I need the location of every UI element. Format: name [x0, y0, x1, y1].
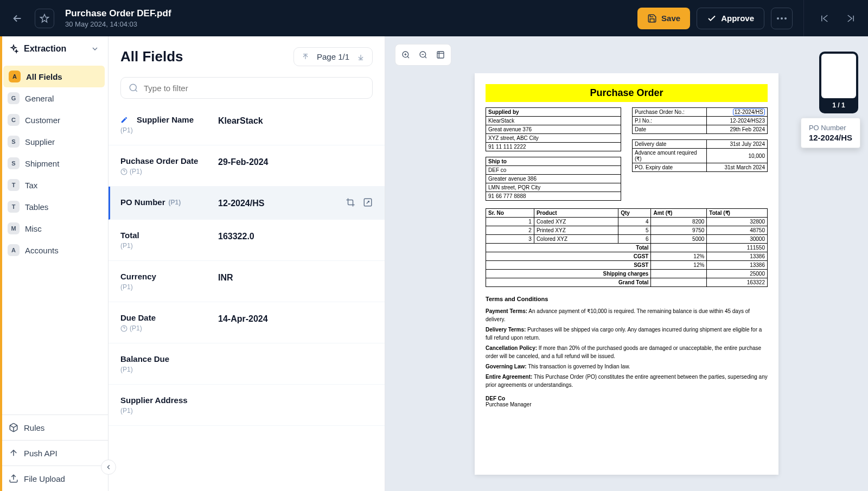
- field-tooltip: PO Number 12-2024/HS: [801, 118, 860, 148]
- page-thumbnail[interactable]: [821, 54, 856, 98]
- prev-doc-button[interactable]: [815, 9, 834, 28]
- field-value: INR: [218, 272, 373, 283]
- field-value: [218, 354, 373, 355]
- fields-title: All Fields: [120, 48, 183, 65]
- sidebar-rules[interactable]: Rules: [0, 415, 108, 440]
- sidebar-item-label: All Fields: [26, 72, 62, 81]
- field-value: 14-Apr-2024: [218, 313, 373, 324]
- sidebar-item-tables[interactable]: TTables: [0, 196, 108, 218]
- chevron-down-icon: [91, 44, 99, 53]
- zoom-in-button[interactable]: [398, 47, 414, 63]
- field-row[interactable]: Total(P1)163322.0: [108, 220, 385, 261]
- thumbnail-panel[interactable]: 1 / 1: [819, 52, 858, 113]
- sidebar-item-label: Misc: [25, 224, 42, 233]
- field-value: KlearStack: [218, 115, 373, 126]
- sidebar-badge: G: [8, 92, 20, 104]
- approve-button[interactable]: Approve: [697, 8, 764, 29]
- back-button[interactable]: [8, 9, 27, 28]
- zoom-out-button[interactable]: [415, 47, 431, 63]
- zoom-tools: [395, 44, 451, 66]
- fields-panel: All Fields Page 1/1 Supplier Name(P1)Kle…: [108, 36, 385, 491]
- sidebar-item-label: Tables: [25, 202, 48, 212]
- svg-point-3: [130, 84, 136, 91]
- document-title: Purchase Order DEF.pdf: [65, 8, 171, 19]
- crop-icon[interactable]: [346, 197, 355, 207]
- next-doc-button[interactable]: [841, 9, 860, 28]
- field-row[interactable]: PO Number (P1)12-2024/HS: [108, 187, 385, 220]
- sidebar-badge: A: [8, 244, 20, 256]
- sidebar-item-label: General: [25, 94, 54, 103]
- field-row[interactable]: Supplier Address(P1): [108, 385, 385, 426]
- sidebar-item-accounts[interactable]: AAccounts: [0, 239, 108, 261]
- collapse-panel-button[interactable]: [101, 460, 116, 475]
- sidebar-badge: C: [8, 114, 20, 126]
- sidebar-item-shipment[interactable]: SShipment: [0, 152, 108, 174]
- field-value: 12-2024/HS: [218, 197, 346, 208]
- line-items-table: Sr. NoProductQtyAmt (₹)Total (₹)1Coated …: [486, 208, 768, 287]
- file-upload-icon: [9, 474, 18, 483]
- sidebar-item-general[interactable]: GGeneral: [0, 87, 108, 109]
- field-value: 163322.0: [218, 231, 373, 241]
- sidebar-badge: S: [8, 157, 20, 169]
- field-row[interactable]: Puchase Order Date(P1)29-Feb-2024: [108, 145, 385, 187]
- sidebar-item-label: Supplier: [25, 137, 55, 146]
- sidebar-badge: T: [8, 179, 20, 191]
- sidebar-push-api[interactable]: Push API: [0, 440, 108, 466]
- sidebar: Extraction AAll FieldsGGeneralCCustomerS…: [0, 36, 108, 491]
- field-row[interactable]: Due Date(P1)14-Apr-2024: [108, 302, 385, 343]
- doc-heading: Purchase Order: [486, 84, 768, 102]
- edit-field-icon[interactable]: [363, 197, 373, 207]
- upload-icon: [9, 448, 18, 458]
- edit-icon: [120, 116, 129, 124]
- sidebar-item-label: Tax: [25, 181, 37, 190]
- sidebar-badge: M: [8, 222, 20, 234]
- sidebar-badge: S: [8, 136, 20, 148]
- sidebar-item-label: Customer: [25, 116, 60, 125]
- sidebar-item-tax[interactable]: TTax: [0, 174, 108, 196]
- arrow-down-icon: [357, 53, 365, 61]
- document-page[interactable]: Purchase Order Supplied by KlearStack Gr…: [475, 73, 778, 475]
- search-icon: [129, 83, 138, 93]
- thumbnail-label: 1 / 1: [832, 98, 845, 111]
- sidebar-item-all-fields[interactable]: AAll Fields: [3, 66, 105, 87]
- svg-rect-9: [437, 52, 444, 58]
- filter-input-wrapper[interactable]: [120, 77, 373, 99]
- star-button[interactable]: [35, 9, 54, 28]
- save-button[interactable]: Save: [637, 8, 690, 29]
- field-value: 29-Feb-2024: [218, 156, 373, 167]
- sidebar-item-label: Accounts: [25, 246, 59, 255]
- sidebar-badge: T: [8, 201, 20, 213]
- field-value: [218, 396, 373, 397]
- sidebar-item-label: Shipment: [25, 159, 59, 168]
- topbar: Purchase Order DEF.pdf 30 May 2024, 14:0…: [0, 0, 868, 36]
- sidebar-item-misc[interactable]: MMisc: [0, 218, 108, 239]
- cube-icon: [9, 423, 18, 432]
- po-number-highlight[interactable]: 12-2024/HS: [733, 109, 765, 116]
- more-button[interactable]: [771, 8, 793, 29]
- field-row[interactable]: Balance Due(P1): [108, 343, 385, 385]
- field-row[interactable]: Supplier Name(P1)KlearStack: [108, 104, 385, 145]
- sparkle-icon: [9, 44, 18, 54]
- arrow-up-icon: [302, 53, 309, 61]
- sidebar-item-customer[interactable]: CCustomer: [0, 109, 108, 131]
- help-icon: [120, 168, 127, 175]
- sidebar-badge: A: [9, 71, 21, 82]
- svg-point-0: [777, 17, 779, 20]
- svg-point-1: [781, 17, 783, 20]
- fit-screen-button[interactable]: [432, 47, 449, 63]
- sidebar-header[interactable]: Extraction: [0, 36, 108, 61]
- sidebar-file-upload[interactable]: File Upload: [0, 466, 108, 491]
- document-viewer: Purchase Order Supplied by KlearStack Gr…: [385, 36, 868, 491]
- filter-input[interactable]: [144, 84, 365, 93]
- page-selector[interactable]: Page 1/1: [293, 47, 373, 66]
- svg-point-2: [784, 17, 787, 20]
- help-icon: [120, 325, 127, 332]
- sidebar-item-supplier[interactable]: SSupplier: [0, 131, 108, 152]
- document-timestamp: 30 May 2024, 14:04:03: [65, 20, 171, 28]
- field-row[interactable]: Currency(P1)INR: [108, 261, 385, 302]
